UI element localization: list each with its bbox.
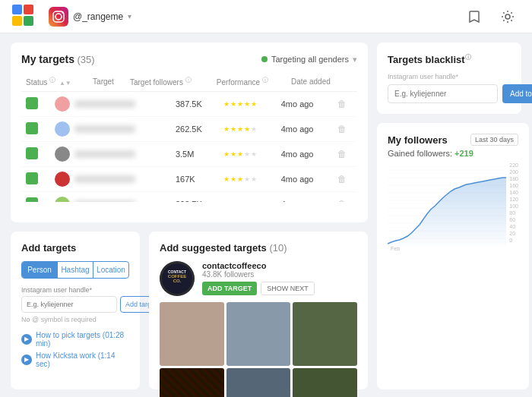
input-label: Instagram user handle*	[21, 286, 129, 294]
targeting-gender-badge[interactable]: Targeting all genders ▾	[261, 55, 357, 65]
star-empty-icon: ★	[251, 125, 257, 133]
svg-point-7	[62, 11, 63, 13]
input-hint: No @ symbol is required	[21, 316, 129, 323]
delete-cell: 🗑	[333, 167, 357, 192]
show-next-button[interactable]: SHOW NEXT	[261, 282, 315, 295]
date-cell: 4mo ago	[277, 142, 333, 167]
delete-target-button[interactable]: 🗑	[337, 199, 347, 202]
star-filled-icon: ★	[237, 100, 243, 108]
thumb-3	[293, 302, 357, 367]
col-date: Date added	[287, 73, 346, 92]
delete-cell: 🗑	[333, 117, 357, 142]
blurred-username	[74, 125, 135, 133]
account-selector[interactable]: @_rangeme ▾	[43, 4, 138, 30]
followers-header: My followers Last 30 days	[388, 134, 518, 146]
star-empty-icon: ★	[244, 175, 250, 183]
blurred-username	[74, 100, 135, 108]
help-link-1[interactable]: ▶ How to pick targets (01:28 min)	[21, 331, 129, 348]
tab-person[interactable]: Person	[22, 262, 58, 278]
avatar	[55, 121, 70, 137]
star-filled-icon: ★	[244, 100, 250, 108]
date-cell: 4mo ago	[277, 92, 333, 117]
target-cell	[50, 117, 171, 142]
date-cell: 4mo ago	[277, 192, 333, 203]
performance-cell: ★★★★★	[219, 142, 277, 167]
thumb-2	[226, 302, 291, 367]
delete-target-button[interactable]: 🗑	[337, 124, 347, 134]
avatar	[49, 7, 68, 27]
tab-location[interactable]: Location	[93, 262, 128, 278]
svg-rect-1	[24, 5, 33, 14]
target-cell	[50, 167, 171, 192]
star-filled-icon: ★	[251, 100, 257, 108]
handle-input[interactable]	[21, 296, 117, 313]
target-type-tabs: Person Hashtag Location	[21, 261, 129, 279]
star-filled-icon: ★	[230, 150, 236, 158]
tab-hashtag[interactable]: Hashtag	[58, 262, 93, 278]
settings-button[interactable]	[496, 5, 520, 29]
star-filled-icon: ★	[223, 150, 230, 158]
bookmark-button[interactable]	[462, 5, 486, 29]
col-performance: Performance ⓘ	[212, 73, 287, 92]
target-cell	[50, 92, 171, 117]
play-icon2: ▶	[21, 354, 32, 365]
svg-rect-4	[49, 7, 68, 27]
play-icon: ▶	[21, 334, 32, 345]
blacklist-input-label: Instagram user handle*	[388, 73, 511, 80]
star-filled-icon: ★	[237, 150, 243, 158]
status-cell	[21, 117, 50, 142]
status-cell	[21, 142, 50, 167]
star-empty-icon: ★	[244, 200, 250, 202]
info-icon: ⓘ	[49, 77, 55, 83]
thumb-6	[293, 368, 357, 397]
svg-rect-3	[24, 16, 33, 26]
status-badge	[26, 147, 38, 159]
star-empty-icon: ★	[244, 150, 250, 158]
app-logo	[12, 5, 33, 28]
performance-cell: ★★★★★	[219, 92, 277, 117]
right-column: Targets blacklistⓘ Instagram user handle…	[377, 43, 521, 389]
help-link-2[interactable]: ▶ How Kicksta work (1:14 sec)	[21, 351, 129, 368]
thumbnail-grid	[160, 302, 357, 398]
featured-user: CONTACT COFFEE CO. contactcoffeeco 43.8K…	[160, 261, 357, 296]
followers-chart	[388, 162, 506, 246]
add-targets-title: Add targets	[21, 242, 129, 254]
suggested-targets-panel: Add suggested targets (10) CONTACT COFFE…	[149, 232, 368, 390]
period-selector-button[interactable]: Last 30 days	[470, 134, 518, 146]
star-filled-icon: ★	[230, 200, 236, 202]
status-cell	[21, 92, 50, 117]
chevron-down-icon: ▾	[353, 55, 357, 65]
nav-username: @_rangeme	[73, 11, 123, 22]
avatar	[55, 147, 70, 162]
featured-name: contactcoffeeco	[202, 261, 357, 270]
add-blacklist-button[interactable]: Add to blacklist	[502, 84, 532, 103]
delete-target-button[interactable]: 🗑	[337, 174, 347, 184]
thumb-5	[226, 368, 291, 397]
star-filled-icon: ★	[230, 125, 236, 133]
target-cell	[50, 192, 171, 203]
add-suggested-button[interactable]: ADD TARGET	[202, 282, 257, 295]
performance-cell: ★★★★★	[219, 167, 277, 192]
blacklist-info-icon: ⓘ	[465, 54, 471, 61]
blacklist-title: Targets blacklistⓘ	[388, 53, 511, 65]
add-target-form: Add target	[21, 296, 129, 313]
followers-title: My followers	[388, 134, 448, 146]
star-filled-icon: ★	[237, 175, 243, 183]
delete-cell: 🗑	[333, 192, 357, 203]
svg-rect-2	[12, 16, 22, 26]
followers-cell: 298.7K	[171, 192, 219, 203]
blacklist-input-field[interactable]	[388, 84, 498, 103]
avatar	[55, 172, 70, 187]
followers-panel: My followers Last 30 days Gained followe…	[377, 123, 529, 389]
delete-target-button[interactable]: 🗑	[337, 149, 347, 159]
blurred-username	[74, 175, 135, 183]
thumb-4	[160, 368, 224, 397]
delete-target-button[interactable]: 🗑	[337, 99, 347, 109]
star-empty-icon: ★	[251, 200, 257, 202]
featured-info: contactcoffeeco 43.8K followers ADD TARG…	[202, 261, 357, 295]
gained-count: +219	[454, 149, 473, 158]
y-axis-labels: 220 200 180 160 140 120 100 80 60 40 20 …	[509, 162, 518, 246]
col-followers: Target followers ⓘ	[125, 73, 212, 92]
followers-cell: 262.5K	[171, 117, 219, 142]
targets-table: Status ⓘ ▲▼ Target Target followers ⓘ	[21, 73, 357, 92]
